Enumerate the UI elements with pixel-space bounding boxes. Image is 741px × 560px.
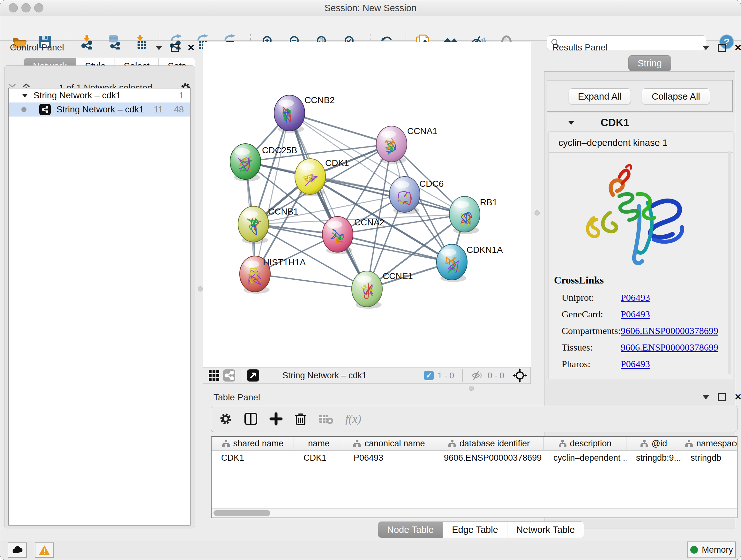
- column-label: shared name: [233, 439, 284, 449]
- close-panel-icon[interactable]: ✕: [734, 45, 741, 51]
- results-panel-controls: ✕: [702, 44, 741, 52]
- column-header-canonical-name[interactable]: canonical name: [344, 437, 434, 450]
- window-title: Session: New Session: [0, 0, 741, 16]
- node-label-CCNE1: CCNE1: [383, 271, 413, 281]
- table-cell[interactable]: CDK1: [294, 453, 344, 463]
- collection-count: 1: [179, 90, 184, 101]
- network-share-view-icon[interactable]: [222, 368, 236, 382]
- tab-node-table[interactable]: Node Table: [378, 522, 443, 538]
- crosslink-link[interactable]: 9606.ENSP00000378699: [621, 325, 718, 336]
- maximize-panel-icon[interactable]: [718, 393, 726, 401]
- column-type-icon: [685, 440, 693, 447]
- column-header-database-identifier[interactable]: database identifier: [434, 437, 544, 450]
- results-scrollbar[interactable]: [728, 151, 731, 374]
- scrollbar-thumb[interactable]: [213, 510, 270, 516]
- column-label: canonical name: [364, 439, 425, 449]
- column-header-description[interactable]: description: [544, 437, 626, 450]
- column-header-shared-name[interactable]: shared name: [212, 437, 294, 450]
- control-panel-title: Control Panel: [10, 43, 64, 53]
- crosslink-row: Compartments: 9606.ENSP00000378699: [562, 325, 728, 336]
- node-label-CCNA1: CCNA1: [407, 126, 437, 136]
- table-toolbar: f(x): [211, 406, 738, 432]
- table-horizontal-scrollbar[interactable]: [212, 508, 737, 517]
- column-label: namespace: [696, 439, 738, 449]
- node-label-CCNB1: CCNB1: [268, 206, 298, 216]
- network-graph[interactable]: CCNB2CCNA1CDC25BCDK1CDC6RB1CCNB1CCNA2CDK…: [203, 42, 531, 368]
- create-column-plus-icon[interactable]: [269, 412, 283, 426]
- tab-edge-table[interactable]: Edge Table: [443, 522, 508, 538]
- table-cell[interactable]: cyclin–dependent ...: [544, 453, 626, 463]
- fit-content-crosshair-icon[interactable]: [513, 368, 527, 383]
- tab-string[interactable]: String: [628, 55, 671, 71]
- hidden-counts: 0 - 0: [488, 371, 504, 381]
- table-row[interactable]: CDK1CDK1P064939606.ENSP00000378699cyclin…: [212, 450, 737, 465]
- node-label-CDK1: CDK1: [325, 158, 349, 168]
- import-database-icon: [106, 34, 121, 50]
- table-cell[interactable]: stringdb: [681, 453, 738, 463]
- delete-column-trash-icon[interactable]: [294, 412, 307, 426]
- right-splitter-handle[interactable]: [535, 210, 540, 215]
- table-cell[interactable]: P06493: [344, 453, 434, 463]
- tree-expander-icon[interactable]: [21, 92, 28, 98]
- column-type-icon: [353, 440, 361, 447]
- maximize-panel-icon[interactable]: [718, 44, 726, 52]
- import-network-file-button[interactable]: [79, 34, 94, 50]
- column-header-namespace[interactable]: namespace: [681, 437, 738, 450]
- node-label-RB1: RB1: [480, 197, 497, 207]
- toolbar-separator: [241, 369, 241, 382]
- float-panel-icon[interactable]: [702, 46, 710, 50]
- tab-network-table[interactable]: Network Table: [508, 522, 584, 538]
- crosslink-label: GeneCard:: [562, 309, 621, 320]
- network-view-counts: ✓ 1 - 0 0 - 0: [424, 368, 527, 383]
- table-cell[interactable]: 9606.ENSP00000378699: [434, 453, 544, 463]
- cloud-status-button[interactable]: [8, 543, 27, 558]
- left-splitter-handle[interactable]: [198, 287, 203, 292]
- table-options-gear-icon[interactable]: [219, 412, 232, 426]
- column-header-name[interactable]: name: [294, 437, 344, 450]
- selected-counts: 1 - 0: [437, 371, 454, 381]
- column-label: description: [570, 439, 612, 449]
- column-type-icon: [222, 440, 230, 447]
- gene-details-card: cyclin–dependent kinase 1 CrossLinks Uni…: [549, 132, 733, 379]
- crosslink-link[interactable]: P06493: [621, 309, 650, 320]
- hidden-eye-icon: [471, 370, 484, 381]
- warning-icon: [38, 545, 51, 556]
- table-cell[interactable]: stringdb:9...: [626, 453, 681, 463]
- warnings-button[interactable]: [35, 543, 54, 558]
- node-label-CDC25B: CDC25B: [262, 145, 297, 155]
- birds-eye-view-icon[interactable]: [246, 368, 260, 382]
- memory-button[interactable]: Memory: [687, 542, 736, 558]
- crosslink-link[interactable]: P06493: [621, 359, 650, 369]
- float-panel-icon[interactable]: [155, 46, 162, 50]
- selected-checkbox-icon[interactable]: ✓: [424, 371, 434, 380]
- network-canvas[interactable]: CCNB2CCNA1CDC25BCDK1CDC6RB1CCNB1CCNA2CDK…: [203, 42, 531, 368]
- float-panel-icon[interactable]: [702, 395, 710, 399]
- edge-count: 48: [174, 105, 184, 115]
- gene-expander-icon[interactable]: [567, 119, 575, 126]
- crosslink-row: Uniprot: P06493: [562, 292, 728, 303]
- column-type-icon: [558, 440, 567, 447]
- close-panel-icon[interactable]: ✕: [734, 394, 741, 400]
- gene-section-header[interactable]: CDK1: [547, 113, 735, 132]
- collapse-all-button[interactable]: Collapse All: [642, 88, 710, 105]
- expand-all-button[interactable]: Expand All: [569, 88, 631, 105]
- crosslink-link[interactable]: 9606.ENSP00000378699: [621, 342, 718, 353]
- network-collection-row[interactable]: String Network – cdk1 1: [9, 88, 190, 103]
- show-columns-icon[interactable]: [244, 412, 258, 426]
- network-row[interactable]: String Network – cdk1 11 48: [9, 103, 190, 117]
- control-panel-controls: ✕: [155, 44, 195, 52]
- grid-view-icon[interactable]: [207, 368, 221, 382]
- import-network-database-button[interactable]: [106, 34, 121, 50]
- column-header--id[interactable]: @id: [626, 437, 681, 450]
- table-cell[interactable]: CDK1: [212, 453, 294, 463]
- crosslink-row: GeneCard: P06493: [562, 309, 728, 320]
- collection-name: String Network – cdk1: [33, 90, 179, 101]
- column-type-icon: [640, 440, 649, 447]
- node-table[interactable]: shared namenamecanonical namedatabase id…: [211, 436, 738, 518]
- maximize-panel-icon[interactable]: [171, 44, 179, 52]
- close-panel-icon[interactable]: ✕: [187, 45, 195, 51]
- import-table-button[interactable]: [133, 34, 148, 50]
- title-bar: Session: New Session: [0, 0, 741, 16]
- bottom-splitter-handle[interactable]: [469, 386, 474, 391]
- crosslink-link[interactable]: P06493: [621, 292, 650, 303]
